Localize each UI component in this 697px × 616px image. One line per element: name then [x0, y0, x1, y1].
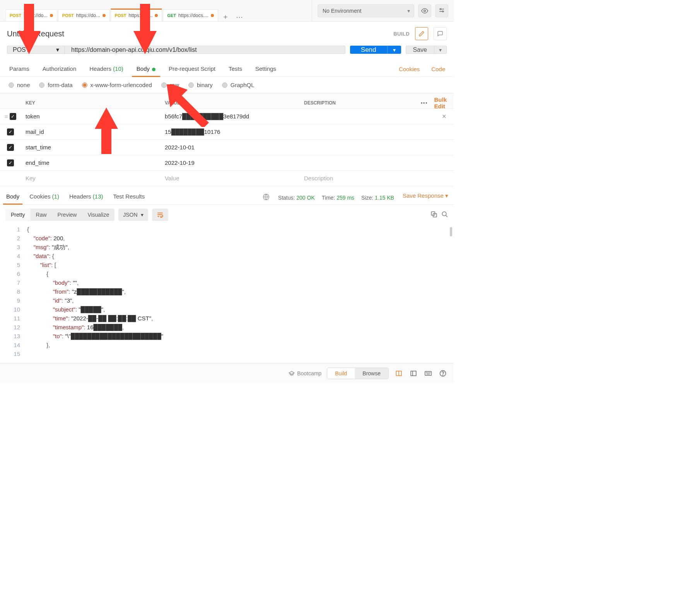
body-type-binary[interactable]: binary	[188, 82, 213, 88]
help-icon[interactable]	[438, 370, 448, 377]
status-value: 200 OK	[296, 195, 314, 201]
svg-point-17	[429, 373, 429, 373]
tab-settings[interactable]: Settings	[255, 62, 277, 77]
body-type-none[interactable]: none	[9, 82, 30, 88]
view-preview[interactable]: Preview	[52, 209, 82, 221]
send-dropdown[interactable]: ▾	[387, 46, 401, 54]
tab-0[interactable]: POSThttps://do...	[5, 9, 57, 21]
body-active-dot-icon	[152, 68, 155, 71]
save-dropdown[interactable]: ▾	[434, 46, 447, 54]
value-cell[interactable]: 2022-10-19	[160, 156, 299, 169]
settings-sliders-icon[interactable]	[435, 4, 448, 17]
code-link[interactable]: Code	[431, 66, 445, 72]
view-raw[interactable]: Raw	[31, 209, 52, 221]
tab-1[interactable]: POSThttps://do...	[58, 9, 110, 21]
svg-rect-12	[411, 371, 416, 376]
chevron-down-icon: ▾	[56, 46, 59, 53]
tab-3[interactable]: GEThttps://docs....	[163, 9, 218, 21]
svg-point-8	[442, 212, 446, 216]
body-type-form-data[interactable]: form-data	[39, 82, 72, 88]
svg-point-2	[440, 9, 441, 10]
save-button[interactable]: Save	[406, 46, 434, 54]
table-row[interactable]: ≡✓ token b56fc7██████████3e8179dd ✕	[0, 109, 454, 124]
tab-tests[interactable]: Tests	[228, 62, 243, 77]
svg-point-4	[442, 11, 444, 12]
table-row[interactable]: ✓ mail_id 15████████10176	[0, 124, 454, 140]
view-mode-segment: Pretty Raw Preview Visualize	[5, 209, 114, 221]
delete-row-icon[interactable]: ✕	[442, 113, 447, 120]
send-button[interactable]: Send	[350, 46, 387, 54]
save-response-dropdown[interactable]: Save Response ▾	[403, 192, 448, 203]
mode-browse[interactable]: Browse	[355, 368, 388, 379]
key-cell[interactable]: mail_id	[21, 125, 160, 138]
value-cell[interactable]: 2022-10-01	[160, 141, 299, 154]
url-input[interactable]: https://domain-open-api.cuiqiu.com/v1/bo…	[65, 46, 345, 54]
value-cell[interactable]: 15████████10176	[160, 125, 299, 138]
request-title[interactable]: Untitled Request	[7, 29, 64, 38]
row-checkbox[interactable]: ✓	[10, 113, 16, 120]
key-cell[interactable]: end_time	[21, 156, 160, 169]
keyboard-icon[interactable]	[424, 370, 433, 377]
environment-preview-icon[interactable]	[418, 4, 431, 17]
network-icon[interactable]	[263, 193, 270, 202]
edit-pencil-icon[interactable]	[415, 27, 428, 40]
row-checkbox[interactable]: ✓	[7, 128, 14, 135]
key-cell[interactable]: start_time	[21, 141, 160, 154]
value-cell[interactable]: b56fc7██████████3e8179dd	[160, 110, 299, 123]
tabs-overflow-button[interactable]: ⋯	[233, 13, 246, 21]
method-badge: POST	[10, 13, 21, 18]
view-pretty[interactable]: Pretty	[5, 209, 31, 221]
col-value: VALUE	[160, 97, 299, 109]
wrap-lines-icon[interactable]	[152, 209, 168, 221]
view-visualize[interactable]: Visualize	[82, 209, 114, 221]
body-type-raw[interactable]: raw	[161, 82, 179, 88]
two-pane-icon[interactable]	[394, 370, 403, 377]
copy-response-icon[interactable]	[430, 211, 437, 219]
svg-rect-14	[425, 371, 432, 375]
form-params-table: KEY VALUE DESCRIPTION •••Bulk Edit ≡✓ to…	[0, 93, 454, 186]
tab-params[interactable]: Params	[9, 62, 30, 77]
scrollbar-thumb[interactable]	[450, 227, 452, 236]
build-browse-toggle: Build Browse	[327, 368, 389, 379]
http-method-select[interactable]: POST▾	[7, 46, 65, 54]
resp-tab-headers[interactable]: Headers (13)	[68, 191, 104, 204]
request-tabs: POSThttps://do... POSThttps://do... POST…	[0, 0, 312, 21]
resp-tab-body[interactable]: Body	[5, 191, 20, 204]
tab-body[interactable]: Body	[136, 62, 156, 77]
method-badge: POST	[115, 13, 126, 18]
new-tab-button[interactable]: ＋	[219, 12, 232, 21]
format-select[interactable]: JSON▾	[118, 209, 148, 221]
row-checkbox[interactable]: ✓	[7, 159, 14, 166]
environment-select[interactable]: No Environment	[318, 4, 414, 17]
time-value: 259 ms	[337, 195, 354, 201]
tab-2[interactable]: POSThttps://do...	[111, 9, 162, 21]
unsaved-dot-icon	[50, 14, 53, 17]
key-cell[interactable]: token	[21, 110, 160, 123]
svg-point-18	[430, 373, 430, 373]
cookies-link[interactable]: Cookies	[399, 66, 420, 72]
tab-headers[interactable]: Headers (10)	[89, 62, 124, 77]
comments-icon[interactable]	[434, 27, 447, 40]
sidebar-layout-icon[interactable]	[409, 370, 418, 377]
search-response-icon[interactable]	[441, 211, 448, 219]
method-badge: GET	[167, 13, 176, 18]
drag-handle-icon[interactable]: ≡	[5, 113, 8, 120]
body-type-urlencoded[interactable]: x-www-form-urlencoded	[82, 82, 152, 88]
table-row[interactable]: ✓ end_time 2022-10-19	[0, 155, 454, 171]
mode-build[interactable]: Build	[327, 368, 355, 379]
tab-pre-request[interactable]: Pre-request Script	[168, 62, 216, 77]
table-row-new[interactable]: Key Value Description	[0, 171, 454, 186]
size-value: 1.15 KB	[375, 195, 394, 201]
resp-tab-cookies[interactable]: Cookies (1)	[29, 191, 60, 204]
bootcamp-link[interactable]: Bootcamp	[289, 370, 321, 376]
desc-cell[interactable]	[299, 113, 419, 120]
resp-tab-tests[interactable]: Test Results	[112, 191, 145, 204]
bulk-edit-link[interactable]: Bulk Edit	[434, 96, 447, 110]
row-checkbox[interactable]: ✓	[7, 144, 14, 151]
tab-authorization[interactable]: Authorization	[42, 62, 77, 77]
chevron-down-icon: ▾	[141, 212, 144, 218]
svg-point-15	[426, 373, 427, 373]
body-type-graphql[interactable]: GraphQL	[222, 82, 255, 88]
columns-more-icon[interactable]: •••	[421, 100, 428, 106]
table-row[interactable]: ✓ start_time 2022-10-01	[0, 140, 454, 155]
